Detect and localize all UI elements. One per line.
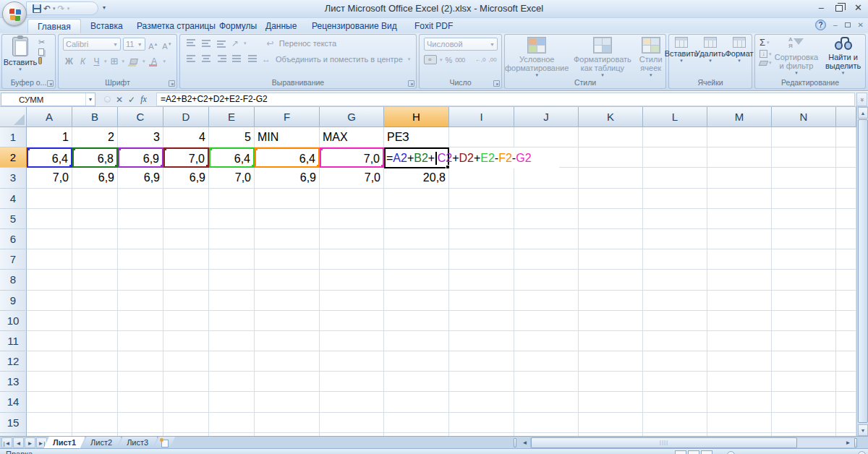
- workbook-restore-button[interactable]: [845, 22, 851, 27]
- cell-H8[interactable]: [384, 270, 449, 290]
- format-painter-button[interactable]: [38, 57, 45, 64]
- cell-D6[interactable]: [163, 229, 209, 249]
- cell-M15[interactable]: [707, 413, 772, 433]
- cell-K3[interactable]: [579, 168, 643, 188]
- align-bottom-icon[interactable]: [216, 39, 226, 48]
- cell-I5[interactable]: [449, 209, 514, 229]
- enter-entry-icon[interactable]: ✓: [128, 95, 135, 105]
- cell-L2[interactable]: [643, 147, 707, 168]
- cell-B11[interactable]: [72, 331, 118, 351]
- cell-M5[interactable]: [707, 209, 772, 229]
- cell-K6[interactable]: [579, 229, 643, 249]
- increase-indent-icon[interactable]: [247, 55, 257, 64]
- view-mode-buttons[interactable]: [675, 450, 712, 454]
- cell-E9[interactable]: [209, 291, 255, 311]
- restore-button[interactable]: [835, 5, 843, 12]
- row-header-8[interactable]: 8: [0, 270, 27, 290]
- cell-M13[interactable]: [707, 372, 772, 392]
- cell-D11[interactable]: [163, 331, 209, 351]
- cell-M7[interactable]: [707, 249, 772, 270]
- cell-D12[interactable]: [163, 351, 209, 372]
- cell-F8[interactable]: [255, 270, 320, 290]
- scroll-left-icon[interactable]: ◄: [519, 437, 530, 448]
- cell-C14[interactable]: [118, 392, 163, 412]
- cell-C2[interactable]: 6,9: [118, 147, 163, 168]
- cell-L13[interactable]: [643, 372, 707, 392]
- cell-I15[interactable]: [449, 413, 514, 433]
- cell-N12[interactable]: [772, 351, 836, 372]
- bold-button[interactable]: Ж: [63, 55, 75, 68]
- cell-B6[interactable]: [72, 229, 118, 249]
- cell-L14[interactable]: [643, 392, 707, 412]
- tab-split-handle[interactable]: [514, 438, 516, 447]
- cell-J13[interactable]: [514, 372, 579, 392]
- cell-D9[interactable]: [163, 291, 209, 311]
- fill-button[interactable]: ↓▾: [760, 50, 772, 58]
- cell-E14[interactable]: [209, 392, 255, 412]
- clear-button[interactable]: ▾: [760, 60, 772, 66]
- cell-E4[interactable]: [209, 189, 255, 209]
- cell-F2[interactable]: 6,4: [255, 147, 320, 168]
- cell-J11[interactable]: [514, 331, 579, 351]
- cell-K2[interactable]: [579, 147, 643, 168]
- cell-M10[interactable]: [707, 311, 772, 331]
- cell-I7[interactable]: [449, 249, 514, 270]
- cell-K14[interactable]: [579, 392, 643, 412]
- cell-E13[interactable]: [209, 372, 255, 392]
- fill-handle[interactable]: [446, 165, 450, 169]
- cell-I3[interactable]: [449, 168, 514, 188]
- accounting-format-icon[interactable]: ¤: [424, 55, 437, 64]
- cell-M8[interactable]: [707, 270, 772, 290]
- select-all-button[interactable]: [0, 107, 27, 127]
- alignment-dialog-launcher-icon[interactable]: [408, 80, 414, 87]
- cell-F1[interactable]: MIN: [255, 127, 320, 147]
- cell-F10[interactable]: [255, 311, 320, 331]
- cell-H3[interactable]: 20,8: [384, 168, 449, 188]
- column-header-G[interactable]: G: [320, 107, 384, 127]
- cell-E3[interactable]: 7,0: [209, 168, 255, 188]
- row-header-6[interactable]: 6: [0, 229, 27, 249]
- cell-M11[interactable]: [707, 331, 772, 351]
- sheet-tab-лист1[interactable]: Лист1: [43, 437, 85, 449]
- tab-foxit-pdf[interactable]: Foxit PDF: [405, 19, 462, 33]
- cell-D2[interactable]: 7,0: [163, 147, 209, 168]
- cell-H11[interactable]: [384, 331, 449, 351]
- cell-G6[interactable]: [320, 229, 384, 249]
- cell-J10[interactable]: [514, 311, 579, 331]
- column-header-H[interactable]: H: [384, 107, 449, 127]
- help-icon[interactable]: ?: [815, 20, 826, 30]
- cell-C10[interactable]: [118, 311, 163, 331]
- cell-E10[interactable]: [209, 311, 255, 331]
- cell-C8[interactable]: [118, 270, 163, 290]
- cell-A4[interactable]: [27, 189, 72, 209]
- cell-G15[interactable]: [320, 413, 384, 433]
- cell-H9[interactable]: [384, 291, 449, 311]
- cell-L3[interactable]: [643, 168, 707, 188]
- row-header-10[interactable]: 10: [0, 311, 27, 331]
- cell-G13[interactable]: [320, 372, 384, 392]
- row-header-15[interactable]: 15: [0, 413, 27, 433]
- cell-B2[interactable]: 6,8: [72, 147, 118, 168]
- cell-N6[interactable]: [772, 229, 836, 249]
- tab-вид[interactable]: Вид: [372, 19, 407, 33]
- vertical-scroll-thumb[interactable]: [858, 119, 868, 423]
- workbook-close-button[interactable]: ✕: [858, 21, 864, 29]
- scroll-right-icon[interactable]: ►: [843, 437, 854, 448]
- column-header-L[interactable]: L: [643, 107, 707, 127]
- cell-E2[interactable]: 6,4: [209, 147, 255, 168]
- insert-function-icon[interactable]: fx: [140, 94, 147, 105]
- row-header-14[interactable]: 14: [0, 392, 27, 412]
- cell-I6[interactable]: [449, 229, 514, 249]
- cell-L7[interactable]: [643, 249, 707, 270]
- cancel-entry-icon[interactable]: ✕: [116, 95, 123, 105]
- cell-C3[interactable]: 6,9: [118, 168, 163, 188]
- cell-F14[interactable]: [255, 392, 320, 412]
- column-header-D[interactable]: D: [163, 107, 209, 127]
- cell-D8[interactable]: [163, 270, 209, 290]
- decrease-font-icon[interactable]: А▼: [161, 38, 173, 51]
- cell-K8[interactable]: [579, 270, 643, 290]
- cell-I14[interactable]: [449, 392, 514, 412]
- orientation-icon[interactable]: ↗: [231, 38, 239, 48]
- cell-C4[interactable]: [118, 189, 163, 209]
- fill-color-icon[interactable]: [126, 54, 141, 68]
